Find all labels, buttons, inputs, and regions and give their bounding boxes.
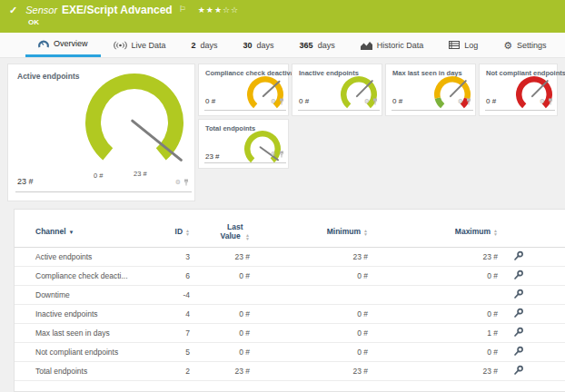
- tile-gear-icon[interactable]: ⚙: [175, 179, 181, 185]
- cell-max: 23 #: [368, 248, 498, 267]
- tile-gear-icon[interactable]: ⚙: [271, 98, 276, 104]
- tab-label: Live Data: [132, 41, 166, 50]
- tab-label: days: [318, 41, 335, 50]
- table-row[interactable]: Not compliant endpoints50 #0 #0 #: [15, 343, 565, 362]
- channel-settings-icon[interactable]: [513, 346, 524, 358]
- channel-table: Channel▼ID▲▼LastValue ▲▼Minimum▲▼Maximum…: [15, 213, 565, 381]
- cell-id: 4: [146, 305, 190, 324]
- gauge-scale-max: 23 #: [134, 170, 147, 178]
- cell-max: 23 #: [368, 362, 498, 381]
- cell-id: 5: [146, 343, 190, 362]
- sort-arrows-icon: ▲▼: [493, 229, 498, 236]
- tile-pin-icon[interactable]: [183, 173, 189, 190]
- tab-number: 30: [243, 41, 253, 50]
- priority-flag-icon[interactable]: ⚐: [179, 5, 186, 14]
- sensor-kind-label: Sensor: [25, 5, 57, 15]
- gauge-tile-inactive-endpoints[interactable]: Inactive endpoints0 #⚙: [292, 64, 382, 116]
- channel-table-panel: Channel▼ID▲▼LastValue ▲▼Minimum▲▼Maximum…: [14, 209, 565, 392]
- cell-channel: Not compliant endpoints: [15, 343, 146, 362]
- column-header-last-value[interactable]: LastValue ▲▼: [190, 213, 250, 248]
- sort-arrows-icon: ▲▼: [363, 229, 368, 236]
- tile-divider: [298, 110, 380, 111]
- table-row[interactable]: Total endpoints223 #23 #23 #: [15, 362, 565, 381]
- table-row[interactable]: Inactive endpoints40 #0 #0 #: [15, 305, 565, 324]
- tab-log[interactable]: Log: [436, 33, 491, 57]
- gauge-value: 23 #: [205, 152, 220, 161]
- cell-id: 6: [146, 267, 190, 286]
- gauge-icon: [38, 39, 49, 48]
- tile-divider: [204, 110, 286, 111]
- gauge-tile-compliance-check-deactivated[interactable]: Compliance check deactivated0 #⚙: [198, 64, 289, 116]
- sensor-header-line: ✓ Sensor EXE/Script Advanced ⚐ ★★★☆☆: [9, 4, 556, 16]
- tab-settings[interactable]: ⚙Settings: [491, 33, 559, 57]
- channel-settings-icon[interactable]: [513, 270, 524, 282]
- tile-gear-icon[interactable]: ⚙: [364, 98, 370, 104]
- cell-last: 0 #: [190, 343, 250, 362]
- gauge-tile-total-endpoints[interactable]: Total endpoints23 #⚙: [198, 119, 289, 169]
- table-row[interactable]: Compliance check deacti...60 #0 #0 #: [15, 267, 565, 286]
- channel-settings-icon[interactable]: [513, 250, 524, 263]
- gauges-section: Active endpoints0 #23 #23 #⚙Compliance c…: [0, 58, 565, 209]
- tile-pin-icon[interactable]: [548, 93, 553, 109]
- cell-min: [250, 286, 368, 305]
- tile-gear-icon[interactable]: ⚙: [540, 98, 545, 104]
- tab-overview[interactable]: Overview: [25, 33, 101, 57]
- tab-live-data[interactable]: Live Data: [101, 33, 179, 57]
- column-header-actions: [498, 213, 565, 248]
- tile-divider: [392, 110, 473, 111]
- tab-30-days[interactable]: 30days: [231, 33, 287, 57]
- cell-id: 7: [146, 324, 190, 343]
- cell-last: 0 #: [190, 267, 250, 286]
- tile-pin-icon[interactable]: [279, 145, 284, 162]
- tile-pin-icon[interactable]: [466, 93, 471, 109]
- tab-historic-data[interactable]: Historic Data: [348, 33, 437, 57]
- cell-min: 23 #: [250, 362, 368, 381]
- tab-label: Overview: [54, 39, 88, 48]
- tab-365-days[interactable]: 365days: [287, 33, 348, 57]
- tab-label: days: [201, 41, 218, 50]
- gauge-value: 0 #: [392, 97, 402, 105]
- tile-pin-icon[interactable]: [372, 93, 378, 109]
- gauge-arc: [66, 64, 203, 181]
- cell-min: 0 #: [250, 267, 368, 286]
- table-row[interactable]: Active endpoints323 #23 #23 #: [15, 248, 565, 267]
- gauge-tile-max-last-seen-in-days[interactable]: Max last seen in days0 #⚙: [385, 64, 476, 116]
- cell-min: 0 #: [250, 343, 368, 362]
- tile-gear-icon[interactable]: ⚙: [271, 151, 276, 157]
- table-row[interactable]: Max last seen in days70 #0 #1 #: [15, 324, 565, 343]
- tab-number: 365: [300, 41, 313, 50]
- cell-id: 2: [146, 362, 190, 381]
- gauge-value: 0 #: [486, 97, 496, 105]
- channel-settings-icon[interactable]: [513, 289, 524, 301]
- priority-stars[interactable]: ★★★☆☆: [198, 5, 239, 15]
- channel-settings-icon[interactable]: [513, 327, 524, 339]
- table-row[interactable]: Downtime-4: [15, 286, 565, 305]
- tab-2-days[interactable]: 2days: [179, 33, 231, 57]
- cell-channel: Compliance check deacti...: [15, 267, 146, 286]
- tile-gear-icon[interactable]: ⚙: [458, 98, 463, 104]
- column-header-channel[interactable]: Channel▼: [15, 213, 146, 248]
- cell-last: 23 #: [190, 362, 250, 381]
- column-header-id[interactable]: ID▲▼: [146, 213, 190, 248]
- cell-id: -4: [146, 286, 190, 305]
- tab-label: Settings: [517, 41, 547, 50]
- chart-icon: [361, 41, 372, 50]
- gauge-scale-min: 0 #: [94, 172, 103, 180]
- gauge-value: 0 #: [205, 97, 215, 105]
- broadcast-icon: [114, 41, 127, 50]
- sensor-title: EXE/Script Advanced: [62, 4, 173, 16]
- tab-bar: OverviewLive Data2days30days365daysHisto…: [0, 33, 565, 58]
- gauge-tile-not-compliant-endpoints[interactable]: Not compliant endpoints0 #⚙: [479, 64, 558, 116]
- column-header-maximum[interactable]: Maximum▲▼: [368, 213, 498, 248]
- channel-settings-icon[interactable]: [513, 365, 524, 377]
- gauge-tile-active-endpoints[interactable]: Active endpoints0 #23 #23 #⚙: [7, 64, 195, 201]
- channel-settings-icon[interactable]: [513, 308, 524, 320]
- cell-max: 0 #: [368, 267, 498, 286]
- column-header-minimum[interactable]: Minimum▲▼: [250, 213, 368, 248]
- cell-min: 23 #: [250, 248, 368, 267]
- tile-pin-icon[interactable]: [279, 93, 284, 109]
- sensor-header: ✓ Sensor EXE/Script Advanced ⚐ ★★★☆☆ OK: [0, 0, 565, 33]
- cell-max: [368, 286, 498, 305]
- cell-channel: Downtime: [15, 286, 146, 305]
- cell-last: 0 #: [190, 324, 250, 343]
